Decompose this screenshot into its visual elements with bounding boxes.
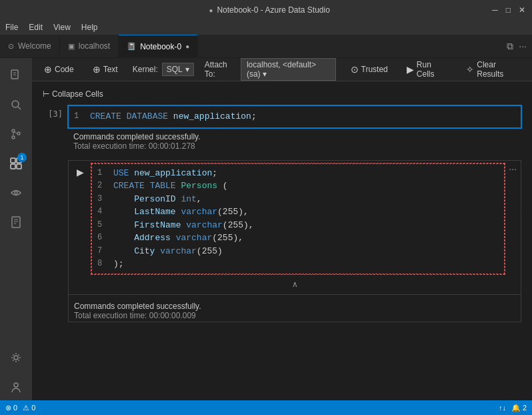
bell-icon: 🔔 — [511, 404, 521, 412]
add-code-button[interactable]: ⊕ Code — [40, 63, 78, 76]
cell-1-number: [3] — [43, 105, 63, 152]
svg-point-5 — [12, 129, 15, 132]
run-cells-button[interactable]: ▶ Run Cells — [403, 59, 451, 80]
status-notifications[interactable]: 🔔 2 — [511, 404, 527, 412]
line-content-2-5: FirstName varchar(255), — [113, 219, 254, 232]
tab-bar: ⊙ Welcome ▣ localhost 📓 Notebook-0 ● ⧉ ·… — [0, 35, 532, 58]
cell-2-divider — [69, 294, 521, 295]
line-content-2-2: CREATE TABLE Persons ( — [113, 179, 228, 193]
menu-help[interactable]: Help — [81, 23, 98, 32]
line-content-2-4: LastName varchar(255), — [113, 205, 249, 219]
line-content-1: CREATE DATABASE new_application; — [90, 110, 257, 123]
svg-rect-15 — [12, 217, 20, 228]
main-layout: 1 — [0, 58, 532, 400]
status-errors[interactable]: ⊗ 0 — [5, 404, 17, 412]
activity-bar: 1 — [0, 58, 32, 400]
cell-2-container: ▶ 1 USE new_application; 2 CREATE TABLE … — [68, 160, 521, 322]
add-text-button[interactable]: ⊕ Text — [89, 63, 122, 76]
activity-extensions[interactable]: 1 — [3, 150, 29, 177]
tab-welcome[interactable]: ⊙ Welcome — [0, 35, 60, 57]
activity-settings[interactable] — [3, 344, 29, 371]
error-count: 0 — [13, 404, 17, 412]
kernel-label: Kernel: — [133, 65, 158, 74]
line-content-2-6: Address varchar(255), — [113, 232, 243, 245]
activity-search[interactable] — [3, 91, 29, 118]
menu-edit[interactable]: Edit — [29, 23, 43, 32]
svg-line-4 — [18, 107, 21, 109]
svg-point-3 — [12, 101, 19, 107]
activity-files[interactable] — [3, 62, 29, 89]
scroll-up-icon: ∧ — [292, 280, 298, 289]
kernel-group: Kernel: SQL ▾ — [133, 63, 194, 76]
cell-2: ▶ 1 USE new_application; 2 CREATE TABLE … — [43, 160, 521, 322]
cell-2-menu-button[interactable]: ··· — [509, 163, 517, 174]
line-content-2-7: City varchar(255) — [113, 245, 223, 258]
welcome-tab-icon: ⊙ — [8, 42, 14, 51]
notebook-tab-icon: 📓 — [127, 42, 136, 51]
split-editor-icon[interactable]: ⧉ — [507, 41, 513, 52]
trusted-button[interactable]: ⊙ Trusted — [347, 63, 392, 76]
attach-group: Attach To: localhost, <default> (sa) ▾ — [205, 58, 336, 81]
code-line-2-6: 6 Address varchar(255), — [97, 232, 499, 245]
notebook-content: ⊢ Collapse Cells [3] 1 CREATE DATABASE n… — [32, 81, 532, 400]
warning-count: 0 — [31, 404, 35, 412]
line-num-2-1: 1 — [97, 167, 108, 180]
cell-2-code[interactable]: 1 USE new_application; 2 CREATE TABLE Pe… — [91, 163, 505, 274]
minimize-button[interactable]: ─ — [492, 5, 498, 15]
title-bar-controls[interactable]: ─ □ ✕ — [492, 5, 525, 15]
activity-connections[interactable] — [3, 179, 29, 206]
menu-view[interactable]: View — [53, 23, 71, 32]
clear-results-icon: ✧ — [466, 64, 474, 75]
cell-2-output: Commands completed successfully. Total e… — [69, 298, 521, 322]
code-line-2-2: 2 CREATE TABLE Persons ( — [97, 179, 499, 193]
error-icon: ⊗ — [5, 404, 11, 412]
svg-point-14 — [15, 191, 17, 194]
close-button[interactable]: ✕ — [519, 5, 525, 15]
tab-localhost[interactable]: ▣ localhost — [60, 35, 119, 57]
status-sync[interactable]: ↑↓ — [499, 404, 506, 412]
svg-point-19 — [14, 356, 18, 360]
cell-1: [3] 1 CREATE DATABASE new_application; C… — [43, 105, 521, 152]
activity-account[interactable] — [3, 374, 29, 400]
svg-point-20 — [14, 383, 18, 387]
line-num-2-5: 5 — [97, 219, 108, 232]
cell-2-time: Total execution time: 00:00:00.009 — [74, 311, 515, 320]
tab-notebook[interactable]: 📓 Notebook-0 ● — [119, 35, 198, 57]
notification-count: 2 — [523, 404, 527, 412]
menu-file[interactable]: File — [5, 23, 18, 32]
activity-notebooks[interactable] — [3, 209, 29, 236]
kernel-value: SQL — [167, 65, 183, 74]
scroll-indicator[interactable]: ∧ — [69, 277, 521, 292]
title-dot: ● — [209, 7, 213, 14]
attach-chevron-icon: ▾ — [263, 69, 267, 79]
cell-2-run-button[interactable]: ▶ — [73, 165, 87, 179]
cell-1-output: Commands completed successfully. Total e… — [68, 128, 521, 152]
tab-actions: ⧉ ··· — [501, 35, 532, 57]
cell-2-success: Commands completed successfully. — [74, 302, 515, 311]
maximize-button[interactable]: □ — [506, 5, 511, 15]
cell-1-body: 1 CREATE DATABASE new_application; Comma… — [68, 105, 521, 152]
line-num-2-4: 4 — [97, 205, 108, 219]
cell-2-body: ▶ 1 USE new_application; 2 CREATE TABLE … — [68, 160, 521, 322]
line-num-2-2: 2 — [97, 179, 108, 193]
attach-select[interactable]: localhost, <default> (sa) ▾ — [241, 58, 336, 81]
line-num-1: 1 — [74, 110, 85, 123]
code-line-2-3: 3 PersonID int, — [97, 193, 499, 206]
cell-2-number — [43, 160, 63, 322]
cell-1-code[interactable]: 1 CREATE DATABASE new_application; — [68, 105, 521, 128]
kernel-select[interactable]: SQL ▾ — [162, 63, 194, 76]
collapse-cells-button[interactable]: ⊢ Collapse Cells — [43, 89, 521, 99]
svg-rect-12 — [11, 164, 15, 169]
clear-results-button[interactable]: ✧ Clear Results — [462, 59, 524, 80]
notebook-toolbar: ⊕ Code ⊕ Text Kernel: SQL ▾ Attach To: l… — [32, 58, 532, 81]
line-content-2-8: ); — [113, 258, 124, 271]
more-tabs-icon[interactable]: ··· — [519, 41, 527, 51]
code-line-1: 1 CREATE DATABASE new_application; — [74, 110, 515, 123]
window-title: Notebook-0 - Azure Data Studio — [217, 5, 329, 15]
status-warnings[interactable]: ⚠ 0 — [23, 404, 35, 412]
activity-source-control[interactable] — [3, 121, 29, 147]
notebook-tab-dot: ● — [185, 43, 189, 50]
cell-2-header: ▶ 1 USE new_application; 2 CREATE TABLE … — [69, 161, 521, 277]
line-content-2-3: PersonID int, — [113, 193, 202, 206]
menu-bar: File Edit View Help — [0, 20, 532, 35]
